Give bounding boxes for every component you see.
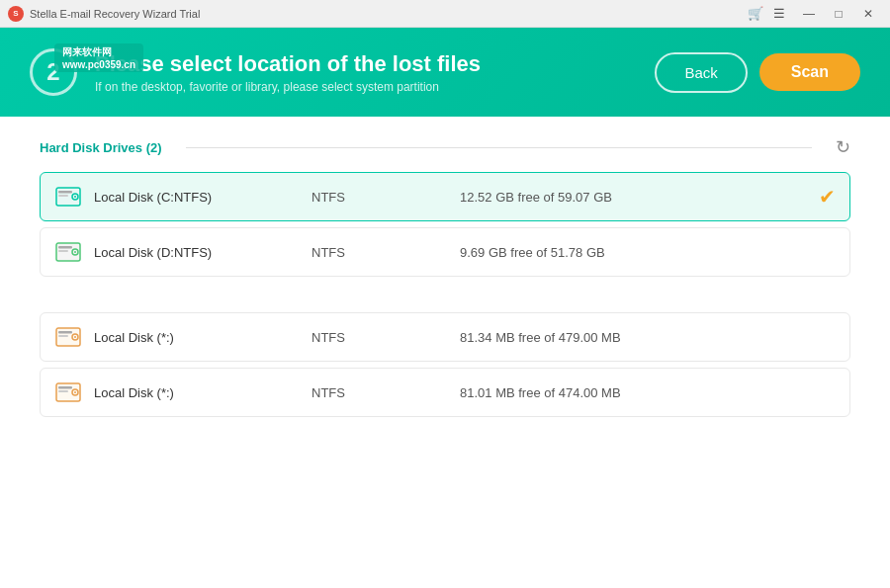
- disk-fs-c: NTFS: [312, 190, 460, 205]
- disk-icon-d: [54, 238, 82, 266]
- svg-rect-17: [58, 390, 68, 392]
- back-button[interactable]: Back: [655, 52, 747, 93]
- disk-row[interactable]: Local Disk (*:) NTFS 81.34 MB free of 47…: [40, 312, 850, 362]
- disk-row[interactable]: Local Disk (C:NTFS) NTFS 12.52 GB free o…: [40, 172, 850, 221]
- svg-rect-16: [58, 386, 72, 389]
- disk-space-c: 12.52 GB free of 59.07 GB: [460, 190, 819, 205]
- scan-button[interactable]: Scan: [759, 53, 860, 91]
- disk-space-d: 9.69 GB free of 51.78 GB: [460, 245, 836, 260]
- disk-name-star1: Local Disk (*:): [94, 330, 312, 345]
- svg-rect-11: [58, 331, 72, 334]
- disk-space-star2: 81.01 MB free of 474.00 MB: [460, 385, 836, 400]
- disk-name-c: Local Disk (C:NTFS): [94, 190, 312, 205]
- header: 2 Please select location of the lost fil…: [0, 28, 890, 117]
- svg-rect-7: [58, 250, 68, 252]
- svg-point-9: [74, 251, 76, 253]
- disk-space-star1: 81.34 MB free of 479.00 MB: [460, 330, 836, 345]
- disk-fs-star2: NTFS: [312, 385, 460, 400]
- header-buttons: Back Scan: [655, 52, 860, 93]
- disk-icon-star1: [54, 323, 82, 351]
- disk-name-d: Local Disk (D:NTFS): [94, 245, 312, 260]
- minimize-button[interactable]: —: [795, 4, 823, 24]
- section-header: Hard Disk Drives (2) ↻: [40, 136, 850, 158]
- disk-row[interactable]: Local Disk (D:NTFS) NTFS 9.69 GB free of…: [40, 227, 850, 277]
- section-title: Hard Disk Drives (2): [40, 140, 162, 155]
- disk-check-icon: ✔: [819, 185, 836, 209]
- svg-point-14: [74, 336, 76, 338]
- title-bar: S Stella E-mail Recovery Wizard Trial 🛒 …: [0, 0, 890, 28]
- section-divider: [186, 147, 812, 148]
- disk-icon-c: [54, 183, 82, 210]
- disk-fs-d: NTFS: [312, 245, 460, 260]
- disk-name-star2: Local Disk (*:): [94, 385, 312, 400]
- disk-fs-star1: NTFS: [312, 330, 460, 345]
- app-icon-letter: S: [13, 9, 18, 18]
- svg-point-19: [74, 391, 76, 393]
- svg-point-4: [74, 196, 76, 198]
- main-content: Hard Disk Drives (2) ↻ Local Disk (C:NTF…: [0, 117, 890, 588]
- svg-rect-2: [58, 195, 68, 197]
- cart-icon[interactable]: 🛒: [748, 6, 763, 21]
- svg-rect-12: [58, 335, 68, 337]
- header-title: Please select location of the lost files: [95, 51, 481, 77]
- svg-rect-6: [58, 246, 72, 249]
- maximize-button[interactable]: □: [825, 4, 852, 24]
- close-button[interactable]: ✕: [854, 4, 882, 24]
- disk-row[interactable]: Local Disk (*:) NTFS 81.01 MB free of 47…: [40, 368, 850, 417]
- title-text: Stella E-mail Recovery Wizard Trial: [30, 8, 200, 20]
- disk-list: Local Disk (C:NTFS) NTFS 12.52 GB free o…: [40, 172, 850, 423]
- header-subtitle: If on the desktop, favorite or library, …: [95, 80, 481, 94]
- header-text: Please select location of the lost files…: [95, 51, 481, 94]
- disk-icon-star2: [54, 378, 82, 406]
- title-bar-left: S Stella E-mail Recovery Wizard Trial: [8, 6, 200, 22]
- refresh-icon[interactable]: ↻: [836, 136, 850, 158]
- step-circle: 2: [30, 48, 77, 96]
- svg-rect-1: [58, 191, 72, 194]
- menu-icon[interactable]: ☰: [773, 6, 785, 21]
- header-left: 2 Please select location of the lost fil…: [30, 48, 481, 96]
- section-title-row: Hard Disk Drives (2) ↻: [40, 136, 850, 158]
- spacer: [40, 283, 850, 312]
- app-icon: S: [8, 6, 24, 22]
